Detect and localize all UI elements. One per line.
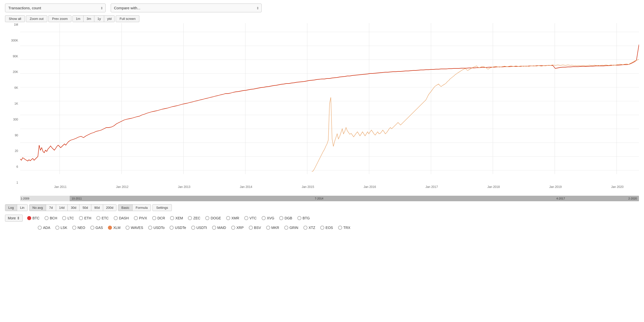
14d-button[interactable]: 14d (56, 205, 68, 211)
chart-svg[interactable] (20, 23, 639, 184)
zec-radio[interactable] (188, 216, 192, 220)
zoom-controls: Show all Zoom out Prev zoom 1m 3m 1y ytd… (0, 14, 644, 23)
xem-radio[interactable] (170, 216, 174, 220)
bottom-controls: Log Lin No avg 7d 14d 30d 50d 90d 200d B… (0, 202, 644, 213)
coin-neo[interactable]: NEO (70, 225, 88, 231)
coin-usdtt[interactable]: USDTt (189, 225, 210, 231)
metric-dropdown[interactable]: Transactions, count (5, 4, 106, 12)
coin-grin[interactable]: GRIN (282, 225, 301, 231)
compare-dropdown[interactable]: Compare with... (111, 4, 262, 12)
doge-radio[interactable] (205, 216, 209, 220)
full-screen-button[interactable]: Full screen (116, 15, 139, 22)
coin-etc[interactable]: ETC (94, 215, 111, 221)
gas-radio[interactable] (90, 226, 94, 230)
coin-xvg[interactable]: XVG (259, 215, 277, 221)
7d-button[interactable]: 7d (46, 205, 56, 211)
ltc-label: LTC (67, 216, 74, 220)
coin-pivx[interactable]: PIVX (131, 215, 150, 221)
lsk-radio[interactable] (55, 226, 59, 230)
xmr-radio[interactable] (226, 216, 230, 220)
xlm-line (312, 59, 639, 172)
vtc-radio[interactable] (244, 216, 248, 220)
coin-bch[interactable]: BCH (42, 215, 60, 221)
range-bar[interactable]: 1-2009 10-2011 7-2014 4-2017 2-2020 (20, 196, 639, 201)
dcr-radio[interactable] (152, 216, 156, 220)
eos-radio[interactable] (320, 226, 324, 230)
view-group: Basic Formula (118, 204, 151, 211)
dgb-radio[interactable] (279, 216, 283, 220)
xvg-radio[interactable] (262, 216, 266, 220)
prev-zoom-button[interactable]: Prev zoom (48, 15, 71, 22)
log-button[interactable]: Log (5, 205, 17, 211)
coin-xtz[interactable]: XTZ (301, 225, 318, 231)
btg-radio[interactable] (297, 216, 301, 220)
avg-group: No avg 7d 14d 30d 50d 90d 200d (29, 204, 116, 211)
coin-usdte[interactable]: USDTe (167, 225, 188, 231)
coin-btc[interactable]: BTC (25, 215, 42, 221)
coin-lsk[interactable]: LSK (53, 225, 70, 231)
zoom-out-button[interactable]: Zoom out (26, 15, 47, 22)
50d-button[interactable]: 50d (79, 205, 91, 211)
usdto-radio[interactable] (148, 226, 152, 230)
coin-zec[interactable]: ZEC (185, 215, 203, 221)
lin-button[interactable]: Lin (17, 205, 27, 211)
show-all-button[interactable]: Show all (5, 15, 25, 22)
dash-radio[interactable] (114, 216, 118, 220)
more-button[interactable]: More ⇕ (5, 215, 23, 222)
ltc-radio[interactable] (62, 216, 66, 220)
period-ytd-button[interactable]: ytd (104, 16, 114, 22)
etc-radio[interactable] (96, 216, 100, 220)
90d-button[interactable]: 90d (91, 205, 103, 211)
xlm-radio[interactable] (108, 226, 112, 230)
waves-radio[interactable] (126, 226, 130, 230)
coin-waves[interactable]: WAVES (123, 225, 146, 231)
coin-ada[interactable]: ADA (35, 225, 53, 231)
xrp-radio[interactable] (231, 226, 235, 230)
settings-button[interactable]: Settings (152, 204, 172, 211)
usdtt-radio[interactable] (191, 226, 195, 230)
no-avg-button[interactable]: No avg (29, 205, 46, 211)
basic-button[interactable]: Basic (118, 205, 133, 211)
coin-btg[interactable]: BTG (295, 215, 312, 221)
coin-bsv[interactable]: BSV (246, 225, 264, 231)
coin-dash[interactable]: DASH (111, 215, 131, 221)
coin-dgb[interactable]: DGB (277, 215, 295, 221)
coin-xrp[interactable]: XRP (229, 225, 246, 231)
coin-xem[interactable]: XEM (168, 215, 185, 221)
usdte-radio[interactable] (170, 226, 174, 230)
coin-gas[interactable]: GAS (88, 225, 106, 231)
mkr-radio[interactable] (266, 226, 270, 230)
period-1m-button[interactable]: 1m (73, 16, 84, 22)
grin-radio[interactable] (284, 226, 288, 230)
eth-radio[interactable] (79, 216, 83, 220)
ada-radio[interactable] (38, 226, 42, 230)
period-3m-button[interactable]: 3m (84, 16, 94, 22)
coin-ltc[interactable]: LTC (60, 215, 76, 221)
coin-vtc[interactable]: VTC (242, 215, 259, 221)
y-label-6k: 6K (14, 86, 18, 89)
coin-usdto[interactable]: USDTo (146, 225, 167, 231)
pivx-radio[interactable] (134, 216, 138, 220)
range-handle[interactable]: 10-2011 7-2014 4-2017 2-2020 (70, 196, 639, 201)
coin-eth[interactable]: ETH (76, 215, 94, 221)
trx-radio[interactable] (338, 226, 342, 230)
coin-eos[interactable]: EOS (318, 225, 336, 231)
btc-radio[interactable] (27, 216, 31, 220)
bch-label: BCH (50, 216, 57, 220)
200d-button[interactable]: 200d (103, 205, 116, 211)
coin-mkr[interactable]: MKR (264, 225, 282, 231)
coin-xlm[interactable]: XLM (105, 225, 123, 231)
bch-radio[interactable] (45, 216, 49, 220)
xtz-radio[interactable] (303, 226, 307, 230)
period-1y-button[interactable]: 1y (94, 16, 104, 22)
bsv-radio[interactable] (249, 226, 253, 230)
coin-doge[interactable]: DOGE (203, 215, 223, 221)
coin-trx[interactable]: TRX (336, 225, 353, 231)
coin-dcr[interactable]: DCR (150, 215, 168, 221)
maid-radio[interactable] (212, 226, 216, 230)
coin-maid[interactable]: MAID (210, 225, 229, 231)
coin-xmr[interactable]: XMR (224, 215, 242, 221)
formula-button[interactable]: Formula (133, 205, 151, 211)
30d-button[interactable]: 30d (68, 205, 79, 211)
neo-radio[interactable] (72, 226, 76, 230)
